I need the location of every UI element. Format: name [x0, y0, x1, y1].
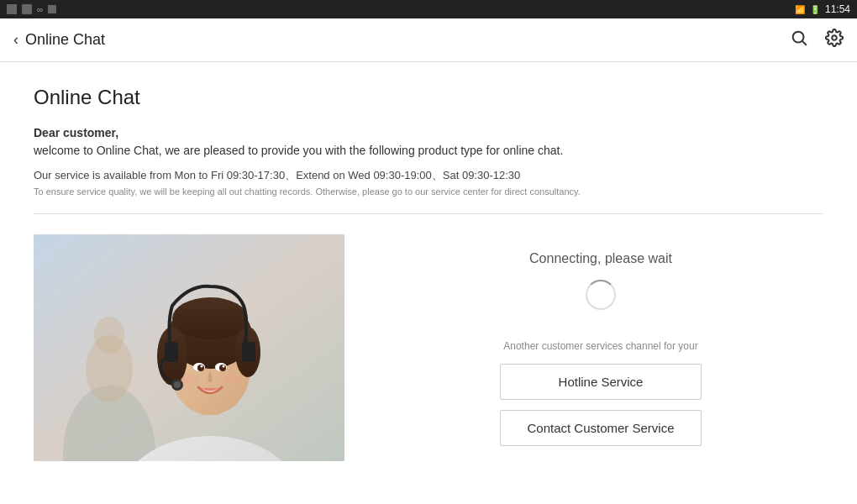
- divider: [34, 213, 823, 214]
- app-icon-4: [48, 5, 56, 13]
- right-panel: Connecting, please wait Another customer…: [378, 234, 823, 456]
- channel-label: Another customer services channel for yo…: [503, 340, 697, 352]
- disclaimer-text: To ensure service quality, we will be ke…: [34, 186, 823, 197]
- intro-line1: Dear customer,: [34, 126, 118, 139]
- back-button[interactable]: ‹: [13, 31, 18, 49]
- status-bar-right: 📶 🔋 11:54: [795, 3, 850, 15]
- svg-line-1: [802, 41, 806, 45]
- svg-rect-21: [242, 342, 255, 362]
- loading-spinner: [586, 280, 616, 310]
- intro-text-1: Dear customer, welcome to Online Chat, w…: [34, 124, 823, 160]
- svg-point-13: [172, 297, 248, 339]
- content-area: Connecting, please wait Another customer…: [34, 234, 823, 461]
- svg-point-2: [832, 35, 837, 40]
- status-bar: ∞ 📶 🔋 11:54: [0, 0, 857, 18]
- app-icon-3: ∞: [37, 5, 43, 14]
- search-icon[interactable]: [790, 29, 808, 51]
- app-bar-title: Online Chat: [25, 31, 105, 49]
- wifi-icon: 📶: [795, 5, 805, 14]
- contact-customer-service-button[interactable]: Contact Customer Service: [500, 410, 702, 446]
- svg-point-24: [181, 375, 197, 385]
- intro-line2: welcome to Online Chat, we are pleased t…: [34, 144, 563, 157]
- main-content: Online Chat Dear customer, welcome to On…: [0, 62, 857, 504]
- battery-icon: 🔋: [810, 5, 820, 14]
- svg-rect-20: [165, 342, 178, 362]
- page-title: Online Chat: [34, 86, 823, 109]
- agent-image: [34, 234, 344, 461]
- hours-text: Our service is available from Mon to Fri…: [34, 168, 823, 183]
- svg-point-18: [201, 365, 203, 368]
- status-time: 11:54: [825, 3, 850, 15]
- app-bar-actions: [790, 29, 844, 51]
- svg-point-23: [174, 381, 181, 388]
- svg-point-25: [223, 375, 239, 385]
- hotline-service-button[interactable]: Hotline Service: [500, 364, 702, 400]
- svg-point-19: [223, 365, 225, 368]
- settings-icon[interactable]: [825, 29, 844, 51]
- status-bar-left: ∞: [7, 4, 56, 14]
- app-bar: ‹ Online Chat: [0, 18, 857, 62]
- app-icon-2: [22, 4, 32, 14]
- app-bar-left: ‹ Online Chat: [13, 31, 105, 49]
- svg-point-6: [94, 317, 124, 354]
- connecting-text: Connecting, please wait: [529, 251, 672, 266]
- app-icon-1: [7, 4, 17, 14]
